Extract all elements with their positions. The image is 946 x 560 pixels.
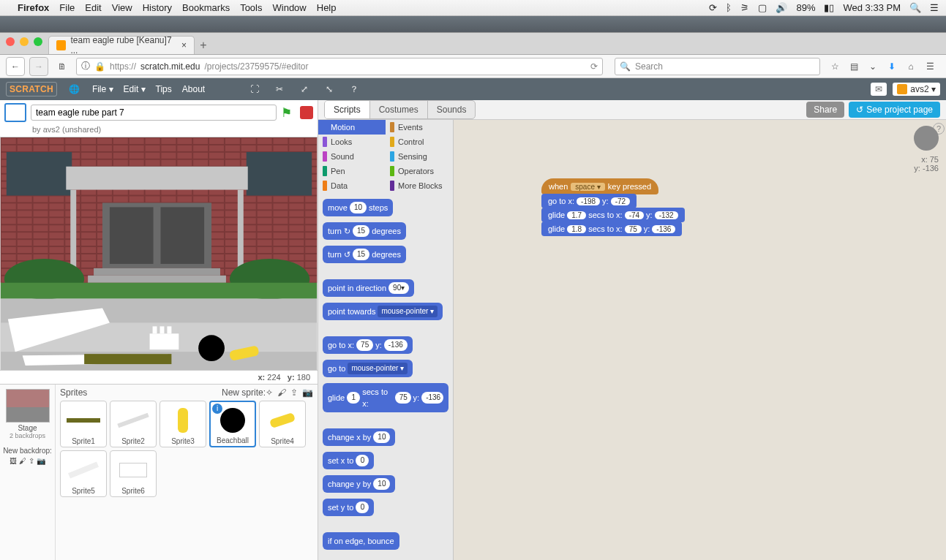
pocket-icon[interactable]: ⌄ <box>867 61 879 72</box>
backdrop-camera-icon[interactable]: 📷 <box>37 457 45 465</box>
grow-icon[interactable]: ⤢ <box>297 82 312 97</box>
user-menu[interactable]: avs2 ▾ <box>893 83 940 96</box>
search-box[interactable]: 🔍 Search <box>615 58 820 75</box>
menu-help[interactable]: Help <box>317 2 337 13</box>
sprite-cell[interactable]: Sprite1 <box>60 401 107 447</box>
category-operators[interactable]: Operators <box>386 164 453 178</box>
menu-extras-icon[interactable]: ☰ <box>930 2 939 13</box>
menu-file[interactable]: File <box>59 2 75 13</box>
category-sound[interactable]: Sound <box>318 149 386 164</box>
backdrop-paint-icon[interactable]: 🖌 <box>19 457 26 465</box>
stage-thumbnail[interactable] <box>6 389 50 423</box>
window-maximize[interactable] <box>34 37 42 46</box>
sprite-cell[interactable]: Sprite2 <box>110 401 157 447</box>
scratch-about[interactable]: About <box>182 84 205 94</box>
tab-close-icon[interactable]: × <box>181 40 187 50</box>
globe-icon[interactable]: 🌐 <box>67 82 82 97</box>
tab-costumes[interactable]: Costumes <box>370 101 428 118</box>
menu-tools[interactable]: Tools <box>240 2 262 13</box>
hamburger-icon[interactable]: ☰ <box>924 61 936 72</box>
palette-block[interactable]: move 10 steps <box>323 199 393 216</box>
menu-window[interactable]: Window <box>273 2 307 13</box>
bluetooth-icon[interactable]: ᛒ <box>726 2 732 13</box>
scratch-tips[interactable]: Tips <box>156 84 172 94</box>
help-icon[interactable]: ？ <box>347 82 361 97</box>
green-flag-icon[interactable]: ⚑ <box>281 105 296 120</box>
sprite-paint-icon[interactable]: 🖌 <box>277 387 286 398</box>
palette-block[interactable]: turn ↺ 15 degrees <box>323 246 406 263</box>
category-data[interactable]: Data <box>318 178 386 193</box>
mail-icon[interactable]: ✉ <box>871 83 887 96</box>
category-looks[interactable]: Looks <box>318 135 386 149</box>
backdrop-upload-icon[interactable]: ⇪ <box>29 457 34 465</box>
sprite-cell[interactable]: Sprite4 <box>259 401 306 447</box>
share-button[interactable]: Share <box>806 102 844 118</box>
new-tab-button[interactable]: + <box>195 39 212 54</box>
wifi-icon[interactable]: ⚞ <box>740 2 749 13</box>
sprite-cell[interactable]: Sprite5 <box>60 450 107 497</box>
airplay-icon[interactable]: ▢ <box>758 2 767 13</box>
scratch-edit[interactable]: Edit ▾ <box>124 84 146 94</box>
sprite-info-icon[interactable]: i <box>212 404 222 414</box>
back-button[interactable]: ← <box>6 57 25 76</box>
palette-block[interactable]: set x to 0 <box>323 452 374 469</box>
tab-sounds[interactable]: Sounds <box>428 101 476 118</box>
reader-icon[interactable]: 🗎 <box>53 57 72 76</box>
hat-block[interactable]: when space ▾ key pressed <box>541 178 658 194</box>
tab-scripts[interactable]: Scripts <box>325 101 370 118</box>
sprite-cell[interactable]: Sprite6 <box>110 450 157 497</box>
menu-edit[interactable]: Edit <box>85 2 101 13</box>
sync-icon[interactable]: ⟳ <box>709 2 717 13</box>
fullscreen-icon[interactable] <box>4 103 26 122</box>
shrink-icon[interactable]: ⤡ <box>322 82 337 97</box>
see-project-button[interactable]: ↺See project page <box>849 102 940 118</box>
category-pen[interactable]: Pen <box>318 164 386 178</box>
downloads-icon[interactable]: ⬇ <box>886 61 898 72</box>
palette-block[interactable]: go to mouse-pointer ▾ <box>323 360 413 377</box>
home-icon[interactable]: ⌂ <box>905 61 917 72</box>
palette-block[interactable]: change y by 10 <box>323 475 395 493</box>
menu-bookmarks[interactable]: Bookmarks <box>182 2 230 13</box>
bookmark-star-icon[interactable]: ☆ <box>829 61 841 72</box>
reload-icon[interactable]: ⟳ <box>590 61 598 72</box>
library-icon[interactable]: ▤ <box>848 61 860 72</box>
sprite-cell[interactable]: Sprite3 <box>159 401 206 447</box>
category-control[interactable]: Control <box>386 135 453 149</box>
sprite-upload-icon[interactable]: ⇪ <box>290 387 298 398</box>
stack-block[interactable]: glide 1.8 secs to x: 75 y: -136 <box>541 222 682 236</box>
url-field[interactable]: ⓘ 🔒 https://scratch.mit.edu/projects/237… <box>76 58 603 75</box>
palette-blocks[interactable]: move 10 stepsturn ↻ 15 degreesturn ↺ 15 … <box>318 193 453 560</box>
volume-icon[interactable]: 🔊 <box>776 2 787 13</box>
app-name[interactable]: Firefox <box>18 2 49 13</box>
script-canvas[interactable]: ? x: 75 y: -136 when space ▾ key pressed… <box>454 120 946 560</box>
scratch-file[interactable]: File ▾ <box>92 84 113 94</box>
identity-icon[interactable]: ⓘ <box>81 60 90 72</box>
sprite-library-icon[interactable]: ✧ <box>266 387 273 398</box>
stage-canvas[interactable] <box>0 137 318 371</box>
window-close[interactable] <box>6 37 15 46</box>
browser-tab[interactable]: team eagle rube [Keanu]7 ... × <box>48 36 195 54</box>
category-motion[interactable]: Motion <box>318 120 386 135</box>
palette-block[interactable]: set y to 0 <box>323 499 374 516</box>
scissors-icon[interactable]: ✂ <box>272 82 287 97</box>
spotlight-icon[interactable]: 🔍 <box>909 2 921 13</box>
menu-history[interactable]: History <box>143 2 172 13</box>
sprite-camera-icon[interactable]: 📷 <box>302 387 313 398</box>
palette-block[interactable]: point in direction 90▾ <box>323 279 414 297</box>
category-sensing[interactable]: Sensing <box>386 149 453 164</box>
stamp-icon[interactable]: ⛶ <box>247 82 262 97</box>
project-title-input[interactable] <box>31 105 277 121</box>
menu-view[interactable]: View <box>112 2 132 13</box>
palette-block[interactable]: turn ↻ 15 degrees <box>323 222 406 240</box>
battery-icon[interactable]: ▮▯ <box>824 2 834 13</box>
backdrop-library-icon[interactable]: 🖼 <box>10 457 17 465</box>
palette-block[interactable]: glide 1 secs to x: 75 y: -136 <box>323 383 448 412</box>
stack-block[interactable]: glide 1.7 secs to x: -74 y: -132 <box>541 208 685 222</box>
scratch-logo[interactable]: SCRATCH <box>6 82 57 97</box>
palette-block[interactable]: point towards mouse-pointer ▾ <box>323 303 443 320</box>
key-dropdown[interactable]: space ▾ <box>571 183 604 191</box>
stack-block[interactable]: go to x: -198 y: -72 <box>541 194 637 208</box>
category-events[interactable]: Events <box>386 120 453 135</box>
palette-block[interactable]: change x by 10 <box>323 428 395 446</box>
sprite-cell-selected[interactable]: iBeachball <box>209 401 256 447</box>
